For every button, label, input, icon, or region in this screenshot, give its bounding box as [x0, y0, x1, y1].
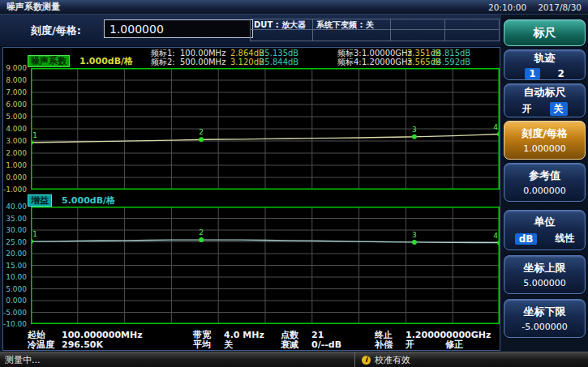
y-tick-label: 8.000: [6, 76, 27, 84]
svg-text:3: 3: [412, 231, 417, 239]
ruler-menu-label: 标尺: [534, 26, 556, 41]
scale-per-div-input[interactable]: [104, 19, 253, 38]
compensation-value: 开: [406, 340, 414, 350]
unit-toggle-button[interactable]: 单位 dB 线性: [504, 210, 586, 250]
trace-select-button[interactable]: 轨迹 1 2: [504, 49, 586, 80]
y-tick-label: 20.00: [6, 250, 27, 258]
attenuation-label: 衰减: [281, 340, 298, 350]
autoscale-toggle-button[interactable]: 自动标尺 开 关: [504, 83, 586, 117]
noise-figure-chart: 9.0008.0007.0006.0005.0004.0003.0002.000…: [31, 68, 500, 190]
autoscale-on-option[interactable]: 开: [522, 102, 532, 116]
lower-limit-label: 坐标下限: [524, 305, 566, 319]
calibration-status-text: 校准有效: [375, 354, 410, 366]
clock: 20:10:00 2017/8/30: [488, 2, 582, 12]
noise-figure-trace-tag: 噪声系数: [28, 55, 70, 67]
attenuation-value: 0/--dB: [311, 340, 341, 350]
scale-per-div-button[interactable]: 刻度/每格 1.000000: [504, 121, 586, 160]
y-tick-label: 1.000: [6, 161, 27, 169]
measurement-display-panel: 频标1: 100.00MHz 2.864dB 25.135dB 频标3: 1.0…: [2, 47, 500, 351]
y-tick-label: -10.00: [3, 320, 27, 328]
trace-option-2[interactable]: 2: [558, 68, 564, 79]
svg-text:1: 1: [32, 230, 37, 238]
gain-chart: 40.0035.0030.0025.0020.0015.0010.005.000…: [31, 207, 500, 324]
measuring-status: 测量中...: [0, 354, 354, 366]
status-bar: 测量中... i 校准有效: [0, 352, 588, 367]
y-tick-label: 3.000: [6, 137, 27, 145]
marker3-gain-value: 24.815dB: [431, 49, 470, 58]
y-tick-label: 0.000: [6, 173, 27, 181]
reference-value-button[interactable]: 参考值 0.000000: [504, 163, 586, 202]
marker4-gain-value: 24.592dB: [431, 58, 470, 66]
reference-value: 0.000000: [523, 186, 566, 196]
cold-temp-value: 296.50K: [62, 340, 103, 350]
y-tick-label: 2.000: [6, 149, 27, 157]
sys-downconv-cell: 系统下变频 : 关: [313, 19, 391, 30]
unit-db-option[interactable]: dB: [515, 233, 538, 245]
y-tick-label: 40.00: [6, 203, 27, 211]
gain-y-axis: 40.0035.0030.0025.0020.0015.0010.005.000…: [4, 207, 28, 324]
marker1-gain-value: 25.135dB: [260, 49, 298, 58]
scale-per-div-label: 刻度/每格:: [31, 23, 81, 38]
y-tick-label: 7.000: [6, 88, 27, 96]
info-icon: i: [362, 356, 371, 365]
y-tick-label: 25.00: [6, 238, 27, 246]
y-tick-label: -5.000: [3, 309, 27, 317]
compensation-label: 补偿: [375, 340, 393, 350]
y-tick-label: 5.000: [6, 285, 27, 293]
y-tick-label: 4.000: [6, 125, 27, 133]
svg-text:1: 1: [32, 131, 37, 139]
gain-scale-text: 5.000dB/格: [62, 195, 115, 206]
svg-text:4: 4: [493, 123, 498, 131]
upper-limit-label: 坐标上限: [524, 261, 566, 275]
ruler-menu-button[interactable]: 标尺: [504, 19, 586, 46]
time-text: 20:10:00: [488, 2, 526, 12]
sweep-info-row-2: 冷温度 296.50K 平均 关 衰减 0/--dB 补偿 开 修正: [3, 340, 500, 350]
header-band: 刻度/每格: DUT : 放大器 系统下变频 : 关: [0, 15, 501, 48]
y-tick-label: 9.000: [6, 64, 27, 72]
svg-text:2: 2: [199, 128, 204, 136]
marker2-label: 频标2:: [151, 58, 175, 66]
noise-figure-app-window: 噪声系数测量 20:10:00 2017/8/30 刻度/每格: DUT : 放…: [0, 0, 588, 367]
y-tick-label: 6.000: [6, 100, 27, 109]
marker4-label: 频标4:: [337, 58, 362, 66]
noise-figure-y-axis: 9.0008.0007.0006.0005.0004.0003.0002.000…: [4, 68, 28, 190]
marker2-freq: 500.00MHz: [180, 58, 225, 66]
y-tick-label: 0.000: [6, 297, 27, 305]
reference-label: 参考值: [529, 169, 560, 183]
empty-cell: [445, 30, 500, 41]
y-tick-label: 10.00: [6, 273, 27, 281]
y-tick-label: 15.00: [6, 262, 27, 270]
window-title: 噪声系数测量: [6, 1, 60, 13]
average-value: 关: [224, 340, 233, 350]
autoscale-label: 自动标尺: [524, 85, 566, 100]
lower-limit-button[interactable]: 坐标下限 -5.000000: [504, 299, 586, 338]
gain-trace-tag: 增益: [28, 194, 52, 207]
marker4-freq: 1.20000GHz: [362, 58, 412, 66]
marker1-freq: 100.00MHz: [180, 49, 225, 58]
date-text: 2017/8/30: [538, 2, 582, 12]
empty-cell: [445, 19, 500, 30]
empty-cell: [391, 19, 445, 30]
y-tick-label: 5.000: [6, 113, 27, 121]
average-label: 平均: [193, 340, 211, 350]
trace-label: 轨迹: [534, 51, 556, 66]
unit-label: 单位: [534, 215, 556, 229]
y-tick-label: 35.00: [6, 215, 27, 223]
svg-text:3: 3: [412, 126, 417, 134]
y-tick-label: -1.000: [3, 186, 27, 194]
upper-limit-value: 5.000000: [523, 278, 566, 288]
dut-cell: DUT : 放大器: [250, 19, 313, 30]
svg-text:4: 4: [493, 232, 498, 240]
empty-cell: [313, 30, 391, 41]
autoscale-off-option[interactable]: 关: [550, 102, 568, 116]
noise-figure-scale-text: 1.000dB/格: [79, 56, 133, 66]
unit-linear-option[interactable]: 线性: [555, 232, 574, 245]
empty-cell: [391, 30, 445, 41]
marker3-freq: 1.00000GHz: [362, 49, 412, 58]
title-bar: 噪声系数测量 20:10:00 2017/8/30: [0, 0, 588, 15]
upper-limit-button[interactable]: 坐标上限 5.000000: [504, 255, 586, 294]
trace-option-1[interactable]: 1: [525, 68, 539, 79]
marker2-gain-value: 25.844dB: [260, 58, 298, 66]
marker3-label: 频标3:: [337, 49, 362, 58]
scale-button-label: 刻度/每格: [521, 126, 568, 141]
